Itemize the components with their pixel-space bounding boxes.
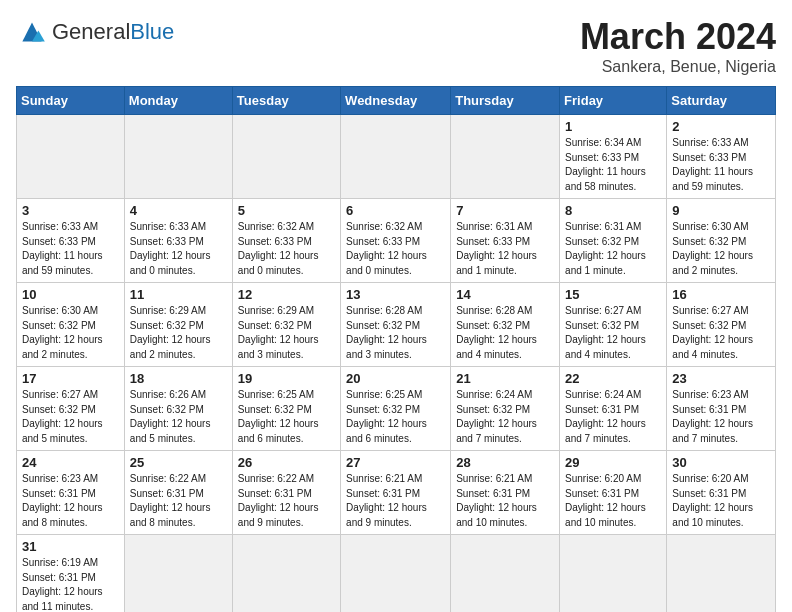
calendar-cell: 24Sunrise: 6:23 AM Sunset: 6:31 PM Dayli… xyxy=(17,451,125,535)
day-info: Sunrise: 6:28 AM Sunset: 6:32 PM Dayligh… xyxy=(456,304,554,362)
day-number: 23 xyxy=(672,371,770,386)
day-number: 26 xyxy=(238,455,335,470)
day-info: Sunrise: 6:32 AM Sunset: 6:33 PM Dayligh… xyxy=(238,220,335,278)
day-info: Sunrise: 6:30 AM Sunset: 6:32 PM Dayligh… xyxy=(672,220,770,278)
logo-text: GeneralBlue xyxy=(52,21,174,43)
calendar-cell xyxy=(341,115,451,199)
calendar-cell: 30Sunrise: 6:20 AM Sunset: 6:31 PM Dayli… xyxy=(667,451,776,535)
calendar-cell: 14Sunrise: 6:28 AM Sunset: 6:32 PM Dayli… xyxy=(451,283,560,367)
week-row-5: 24Sunrise: 6:23 AM Sunset: 6:31 PM Dayli… xyxy=(17,451,776,535)
week-row-6: 31Sunrise: 6:19 AM Sunset: 6:31 PM Dayli… xyxy=(17,535,776,613)
day-info: Sunrise: 6:33 AM Sunset: 6:33 PM Dayligh… xyxy=(672,136,770,194)
calendar-cell: 20Sunrise: 6:25 AM Sunset: 6:32 PM Dayli… xyxy=(341,367,451,451)
day-number: 2 xyxy=(672,119,770,134)
day-info: Sunrise: 6:27 AM Sunset: 6:32 PM Dayligh… xyxy=(565,304,661,362)
calendar-cell: 29Sunrise: 6:20 AM Sunset: 6:31 PM Dayli… xyxy=(560,451,667,535)
day-info: Sunrise: 6:24 AM Sunset: 6:32 PM Dayligh… xyxy=(456,388,554,446)
weekday-header-saturday: Saturday xyxy=(667,87,776,115)
calendar-cell: 19Sunrise: 6:25 AM Sunset: 6:32 PM Dayli… xyxy=(232,367,340,451)
calendar-cell: 13Sunrise: 6:28 AM Sunset: 6:32 PM Dayli… xyxy=(341,283,451,367)
calendar-cell: 11Sunrise: 6:29 AM Sunset: 6:32 PM Dayli… xyxy=(124,283,232,367)
day-info: Sunrise: 6:21 AM Sunset: 6:31 PM Dayligh… xyxy=(456,472,554,530)
calendar-cell: 12Sunrise: 6:29 AM Sunset: 6:32 PM Dayli… xyxy=(232,283,340,367)
day-number: 30 xyxy=(672,455,770,470)
day-number: 27 xyxy=(346,455,445,470)
day-number: 8 xyxy=(565,203,661,218)
day-number: 11 xyxy=(130,287,227,302)
calendar-cell: 27Sunrise: 6:21 AM Sunset: 6:31 PM Dayli… xyxy=(341,451,451,535)
day-number: 3 xyxy=(22,203,119,218)
day-info: Sunrise: 6:25 AM Sunset: 6:32 PM Dayligh… xyxy=(238,388,335,446)
calendar-subtitle: Sankera, Benue, Nigeria xyxy=(580,58,776,76)
day-number: 25 xyxy=(130,455,227,470)
week-row-3: 10Sunrise: 6:30 AM Sunset: 6:32 PM Dayli… xyxy=(17,283,776,367)
day-number: 10 xyxy=(22,287,119,302)
day-info: Sunrise: 6:30 AM Sunset: 6:32 PM Dayligh… xyxy=(22,304,119,362)
day-info: Sunrise: 6:33 AM Sunset: 6:33 PM Dayligh… xyxy=(130,220,227,278)
calendar-cell: 6Sunrise: 6:32 AM Sunset: 6:33 PM Daylig… xyxy=(341,199,451,283)
calendar-cell xyxy=(124,535,232,613)
day-info: Sunrise: 6:31 AM Sunset: 6:32 PM Dayligh… xyxy=(565,220,661,278)
calendar-cell xyxy=(232,115,340,199)
calendar-cell: 18Sunrise: 6:26 AM Sunset: 6:32 PM Dayli… xyxy=(124,367,232,451)
calendar-title: March 2024 xyxy=(580,16,776,58)
calendar-cell xyxy=(667,535,776,613)
weekday-header-monday: Monday xyxy=(124,87,232,115)
day-number: 12 xyxy=(238,287,335,302)
calendar-cell xyxy=(17,115,125,199)
day-info: Sunrise: 6:29 AM Sunset: 6:32 PM Dayligh… xyxy=(130,304,227,362)
day-number: 18 xyxy=(130,371,227,386)
day-info: Sunrise: 6:31 AM Sunset: 6:33 PM Dayligh… xyxy=(456,220,554,278)
calendar-cell xyxy=(451,115,560,199)
day-info: Sunrise: 6:21 AM Sunset: 6:31 PM Dayligh… xyxy=(346,472,445,530)
day-info: Sunrise: 6:25 AM Sunset: 6:32 PM Dayligh… xyxy=(346,388,445,446)
logo-icon xyxy=(16,16,48,48)
day-info: Sunrise: 6:33 AM Sunset: 6:33 PM Dayligh… xyxy=(22,220,119,278)
calendar-cell xyxy=(560,535,667,613)
day-info: Sunrise: 6:26 AM Sunset: 6:32 PM Dayligh… xyxy=(130,388,227,446)
calendar-table: SundayMondayTuesdayWednesdayThursdayFrid… xyxy=(16,86,776,612)
weekday-header-thursday: Thursday xyxy=(451,87,560,115)
calendar-cell: 17Sunrise: 6:27 AM Sunset: 6:32 PM Dayli… xyxy=(17,367,125,451)
day-number: 4 xyxy=(130,203,227,218)
day-number: 14 xyxy=(456,287,554,302)
day-info: Sunrise: 6:32 AM Sunset: 6:33 PM Dayligh… xyxy=(346,220,445,278)
calendar-cell: 22Sunrise: 6:24 AM Sunset: 6:31 PM Dayli… xyxy=(560,367,667,451)
calendar-cell: 8Sunrise: 6:31 AM Sunset: 6:32 PM Daylig… xyxy=(560,199,667,283)
day-info: Sunrise: 6:24 AM Sunset: 6:31 PM Dayligh… xyxy=(565,388,661,446)
weekday-header-tuesday: Tuesday xyxy=(232,87,340,115)
day-number: 16 xyxy=(672,287,770,302)
day-number: 15 xyxy=(565,287,661,302)
day-number: 21 xyxy=(456,371,554,386)
day-info: Sunrise: 6:28 AM Sunset: 6:32 PM Dayligh… xyxy=(346,304,445,362)
week-row-2: 3Sunrise: 6:33 AM Sunset: 6:33 PM Daylig… xyxy=(17,199,776,283)
day-info: Sunrise: 6:22 AM Sunset: 6:31 PM Dayligh… xyxy=(238,472,335,530)
calendar-cell xyxy=(341,535,451,613)
day-info: Sunrise: 6:20 AM Sunset: 6:31 PM Dayligh… xyxy=(565,472,661,530)
week-row-1: 1Sunrise: 6:34 AM Sunset: 6:33 PM Daylig… xyxy=(17,115,776,199)
day-number: 17 xyxy=(22,371,119,386)
week-row-4: 17Sunrise: 6:27 AM Sunset: 6:32 PM Dayli… xyxy=(17,367,776,451)
day-info: Sunrise: 6:27 AM Sunset: 6:32 PM Dayligh… xyxy=(672,304,770,362)
day-number: 19 xyxy=(238,371,335,386)
page-header: GeneralBlue March 2024 Sankera, Benue, N… xyxy=(16,16,776,76)
weekday-header-sunday: Sunday xyxy=(17,87,125,115)
day-number: 24 xyxy=(22,455,119,470)
weekday-header-wednesday: Wednesday xyxy=(341,87,451,115)
day-info: Sunrise: 6:19 AM Sunset: 6:31 PM Dayligh… xyxy=(22,556,119,612)
calendar-cell xyxy=(451,535,560,613)
logo: GeneralBlue xyxy=(16,16,174,48)
day-number: 7 xyxy=(456,203,554,218)
calendar-cell: 10Sunrise: 6:30 AM Sunset: 6:32 PM Dayli… xyxy=(17,283,125,367)
calendar-cell: 23Sunrise: 6:23 AM Sunset: 6:31 PM Dayli… xyxy=(667,367,776,451)
calendar-cell: 25Sunrise: 6:22 AM Sunset: 6:31 PM Dayli… xyxy=(124,451,232,535)
day-info: Sunrise: 6:34 AM Sunset: 6:33 PM Dayligh… xyxy=(565,136,661,194)
day-number: 9 xyxy=(672,203,770,218)
day-info: Sunrise: 6:23 AM Sunset: 6:31 PM Dayligh… xyxy=(22,472,119,530)
calendar-cell: 26Sunrise: 6:22 AM Sunset: 6:31 PM Dayli… xyxy=(232,451,340,535)
calendar-cell xyxy=(124,115,232,199)
calendar-cell: 1Sunrise: 6:34 AM Sunset: 6:33 PM Daylig… xyxy=(560,115,667,199)
calendar-cell: 21Sunrise: 6:24 AM Sunset: 6:32 PM Dayli… xyxy=(451,367,560,451)
day-number: 31 xyxy=(22,539,119,554)
calendar-cell: 5Sunrise: 6:32 AM Sunset: 6:33 PM Daylig… xyxy=(232,199,340,283)
